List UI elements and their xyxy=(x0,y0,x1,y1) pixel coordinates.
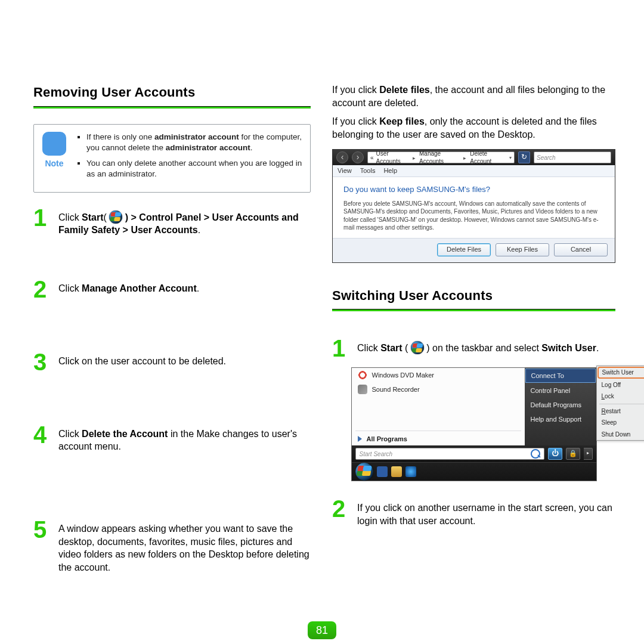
start-search-input[interactable]: Start Search xyxy=(355,448,544,460)
step-number: 2 xyxy=(332,498,350,519)
note-item-2: You can only delete another account when… xyxy=(86,158,303,179)
right-item-help[interactable]: Help and Support xyxy=(525,412,596,426)
start-menu-left: Windows DVD Maker Sound Recorder All Pro… xyxy=(352,368,525,445)
breadcrumb[interactable]: User Accounts xyxy=(376,150,409,166)
left-column: Removing User Accounts Note If there is … xyxy=(33,83,311,644)
flyout-switch-user[interactable]: Switch User xyxy=(597,367,644,379)
note-list: If there is only one administrator accou… xyxy=(77,132,303,185)
chevron-down-icon[interactable] xyxy=(507,153,512,162)
nav-forward-button[interactable] xyxy=(352,151,364,163)
delete-account-dialog: « User Accounts Manage Accounts Delete A… xyxy=(332,149,615,262)
note-item-1: If there is only one administrator accou… xyxy=(86,132,303,153)
left-step-1: 1 Click Start( ) > Control Panel > User … xyxy=(33,207,311,237)
windows-orb-icon xyxy=(109,210,122,224)
quicklaunch-show-desktop[interactable] xyxy=(377,466,388,477)
start-item-dvd-maker[interactable]: Windows DVD Maker xyxy=(352,368,525,382)
flyout-shut-down[interactable]: Shut Down xyxy=(597,429,644,441)
step-number: 4 xyxy=(33,424,51,445)
left-step-2: 2 Click Manage Another Account. xyxy=(33,278,311,300)
flyout-lock[interactable]: Lock xyxy=(597,391,644,402)
dlg-button-row: Delete Files Keep Files Cancel xyxy=(333,238,615,262)
dlg-header: « User Accounts Manage Accounts Delete A… xyxy=(333,150,615,165)
power-options-arrow[interactable]: ▸ xyxy=(584,448,593,460)
step-number: 3 xyxy=(33,351,51,373)
right-item-connect-to[interactable]: Connect To Switch User Log Off Lock Rest… xyxy=(525,369,596,383)
right-item-control-panel[interactable]: Control Panel xyxy=(525,383,596,398)
left-step-3: 3 Click on the user account to be delete… xyxy=(33,351,311,373)
right-column: If you click Delete files, the account a… xyxy=(332,83,615,644)
start-menu-screenshot: Windows DVD Maker Sound Recorder All Pro… xyxy=(351,367,597,481)
refresh-button[interactable] xyxy=(518,151,530,163)
breadcrumb[interactable]: Manage Accounts xyxy=(419,150,460,166)
search-icon xyxy=(531,449,540,459)
search-input[interactable]: Search xyxy=(534,151,611,163)
nav-back-button[interactable] xyxy=(336,151,348,163)
right-item-default-programs[interactable]: Default Programs xyxy=(525,398,596,412)
start-item-sound-recorder[interactable]: Sound Recorder xyxy=(352,382,525,397)
menu-tools[interactable]: Tools xyxy=(360,166,376,175)
power-flyout: Switch User Log Off Lock Restart Sleep S… xyxy=(596,366,644,441)
document-page: Removing User Accounts Note If there is … xyxy=(0,0,644,644)
windows-orb-icon xyxy=(411,341,424,354)
dlg-text: Before you delete SAMSUNG-M's account, W… xyxy=(343,200,604,232)
start-menu-right: Connect To Switch User Log Off Lock Rest… xyxy=(525,368,596,445)
step-number: 5 xyxy=(33,519,51,540)
section-heading-removing: Removing User Accounts xyxy=(33,83,311,105)
step-number: 2 xyxy=(33,278,51,300)
dvd-icon xyxy=(358,370,367,380)
right-step-2: 2 If you click on another username in th… xyxy=(332,498,615,527)
section-heading-switching: Switching User Accounts xyxy=(332,287,615,308)
step-number: 1 xyxy=(332,338,350,359)
address-bar[interactable]: « User Accounts Manage Accounts Delete A… xyxy=(367,151,515,163)
step-number: 1 xyxy=(33,207,51,228)
dlg-title: Do you want to keep SAMSUNG-M's files? xyxy=(343,184,604,195)
microphone-icon xyxy=(358,385,367,394)
quicklaunch-ie[interactable] xyxy=(405,466,416,477)
flyout-restart[interactable]: Restart xyxy=(597,405,644,417)
note-badge: Note xyxy=(40,132,69,185)
cancel-button[interactable]: Cancel xyxy=(554,243,608,256)
menu-view[interactable]: View xyxy=(338,166,352,175)
all-programs-button[interactable]: All Programs xyxy=(352,432,525,446)
dlg-body: Do you want to keep SAMSUNG-M's files? B… xyxy=(333,177,615,238)
page-number-badge: 81 xyxy=(308,621,336,639)
right-step-1: 1 Click Start ( ) on the taskbar and sel… xyxy=(332,338,615,359)
lock-button[interactable]: 🔒 xyxy=(566,448,580,460)
flyout-log-off[interactable]: Log Off xyxy=(597,379,644,391)
start-orb-icon[interactable] xyxy=(355,463,373,481)
flyout-sleep[interactable]: Sleep xyxy=(597,417,644,429)
taskbar xyxy=(352,462,596,481)
keep-files-button[interactable]: Keep Files xyxy=(496,243,549,256)
quicklaunch-explorer[interactable] xyxy=(391,466,402,477)
menu-help[interactable]: Help xyxy=(383,166,397,175)
start-search-row: Start Search ⏻ 🔒 ▸ xyxy=(352,445,596,462)
note-label: Note xyxy=(45,158,63,169)
right-para-1: If you click Delete files, the account a… xyxy=(332,83,615,109)
left-step-5: 5 A window appears asking whether you wa… xyxy=(33,519,311,574)
note-box: Note If there is only one administrator … xyxy=(33,124,311,193)
start-menu-panel: Windows DVD Maker Sound Recorder All Pro… xyxy=(352,368,596,445)
right-para-2: If you click Keep files, only the accoun… xyxy=(332,115,615,141)
left-step-4: 4 Click Delete the Account in the Make c… xyxy=(33,424,311,453)
triangle-right-icon xyxy=(358,436,362,442)
breadcrumb[interactable]: Delete Account xyxy=(470,150,504,166)
note-icon xyxy=(42,132,66,156)
delete-files-button[interactable]: Delete Files xyxy=(437,243,491,256)
power-button[interactable]: ⏻ xyxy=(548,448,562,460)
dlg-menubar: View Tools Help xyxy=(333,165,615,177)
